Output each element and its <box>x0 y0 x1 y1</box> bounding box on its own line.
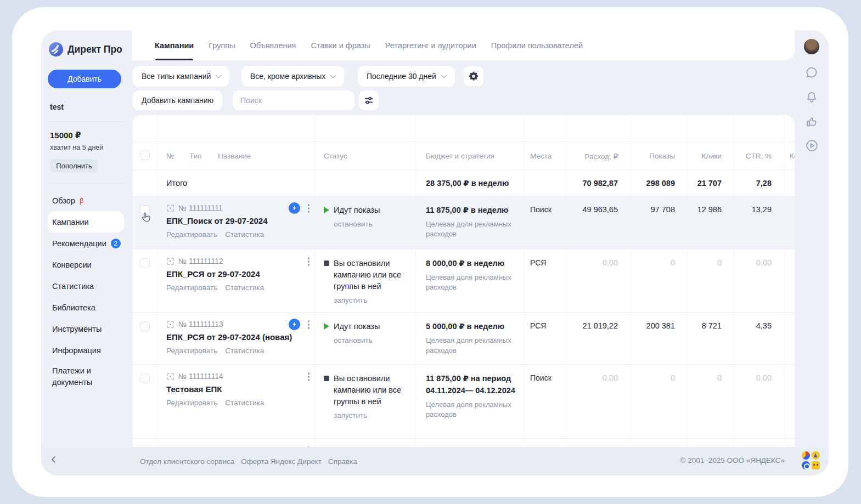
row-checkbox[interactable] <box>140 373 150 383</box>
archive-filter[interactable]: Все, кроме архивных <box>241 66 344 87</box>
sidebar-collapse-button[interactable] <box>49 455 59 466</box>
sidebar-item-library[interactable]: Библиотека <box>48 297 124 318</box>
tab-bids-phrases[interactable]: Ставки и фразы <box>311 30 370 60</box>
sidebar-item-campaigns[interactable]: Кампании <box>48 211 124 233</box>
totals-ctr: 7,28 <box>734 170 784 196</box>
status-action-link[interactable]: запустить <box>334 411 410 420</box>
footer-link-offer[interactable]: Оферта Яндекс Директ <box>241 457 322 466</box>
add-button[interactable]: Добавить <box>48 70 121 88</box>
tab-ads[interactable]: Объявления <box>250 30 296 60</box>
sidebar-nav: Обзор β Кампании Рекомендации 2 Конверси… <box>48 190 124 393</box>
tab-groups[interactable]: Группы <box>209 30 235 60</box>
feedback-button[interactable] <box>804 114 819 129</box>
table-row: № 111111114 Тестовая ЕПК Редактировать С… <box>133 365 795 439</box>
status-text: Вы остановили кампанию или все группы в … <box>334 258 410 292</box>
ctr-value: 0,00 <box>734 365 784 438</box>
clicks-value: 8 721 <box>687 313 734 364</box>
kebab-menu-icon[interactable] <box>306 256 312 268</box>
ring-widget-icon[interactable] <box>802 461 810 469</box>
sidebar-item-label: Статистика <box>52 282 94 291</box>
stats-link[interactable]: Статистика <box>225 347 264 355</box>
chevron-down-icon <box>330 72 336 78</box>
status-action-link[interactable]: запустить <box>334 296 410 304</box>
campaign-name[interactable]: Тестовая ЕПК <box>166 384 310 394</box>
status-text: Идут показы <box>334 321 380 332</box>
stats-link[interactable]: Статистика <box>225 284 264 292</box>
footer-link-help[interactable]: Справка <box>328 457 357 466</box>
copyright: © 2001–2025 ООО «ЯНДЕКС» <box>680 456 785 465</box>
period-filter-label: Последние 30 дней <box>367 72 436 81</box>
campaign-name[interactable]: ЕПК_РСЯ от 29-07-2024 (новая) <box>166 332 310 342</box>
sidebar-item-conversions[interactable]: Конверсии <box>48 254 124 275</box>
header-name: Название <box>218 152 251 169</box>
status-action-link[interactable]: остановить <box>334 220 410 228</box>
sidebar-item-label: Конверсии <box>52 261 92 269</box>
filter-settings-button[interactable] <box>359 90 379 110</box>
sidebar-item-payments[interactable]: Платежи и документы <box>48 361 124 393</box>
header-type: Тип <box>189 152 218 169</box>
pie-widget-icon[interactable] <box>802 451 810 460</box>
sidebar-item-tools[interactable]: Инструменты <box>48 318 124 339</box>
sidebar-item-information[interactable]: Информация <box>48 339 124 361</box>
campaign-name[interactable]: ЕПК_Поиск от 29-07-2024 <box>166 216 310 225</box>
topup-button[interactable]: Пополнить <box>50 159 98 173</box>
places-value: Поиск <box>524 365 565 438</box>
add-campaign-button[interactable]: Добавить кампанию <box>133 90 222 110</box>
edit-link[interactable]: Редактировать <box>166 399 217 407</box>
spend-value: 21 019,22 <box>565 313 630 364</box>
tab-user-profiles[interactable]: Профили пользователей <box>491 30 583 60</box>
totals-budget: 28 375,00 ₽ в неделю <box>415 170 524 196</box>
tab-campaigns[interactable]: Кампании <box>155 30 194 60</box>
notifications-button[interactable] <box>804 89 819 105</box>
status-action-link[interactable]: остановить <box>334 336 410 344</box>
tab-retargeting[interactable]: Ретаргетинг и аудитории <box>385 30 476 60</box>
shows-value: 0 <box>630 439 687 447</box>
campaign-type-filter[interactable]: Все типы кампаний <box>133 66 229 87</box>
campaign-type-icon <box>166 257 175 265</box>
sidebar-item-overview[interactable]: Обзор β <box>48 190 124 211</box>
row-checkbox[interactable] <box>140 258 150 268</box>
bell-icon <box>804 90 819 104</box>
shows-value: 97 708 <box>630 196 687 249</box>
sidebar: Директ Про Добавить test 15000 ₽ хватит … <box>41 30 132 475</box>
ctr-value: 0,00 <box>734 439 784 447</box>
row-checkbox[interactable] <box>140 321 150 331</box>
campaign-name[interactable]: ЕПК_РСЯ от 29-07-2024 <box>166 269 310 279</box>
stats-link[interactable]: Статистика <box>225 399 264 407</box>
flame-widget-icon[interactable] <box>812 451 820 460</box>
places-value: РСЯ <box>524 250 565 312</box>
search-input[interactable] <box>233 90 354 110</box>
avatar[interactable] <box>804 39 819 54</box>
video-help-button[interactable] <box>804 138 819 153</box>
shows-value: 0 <box>630 250 687 312</box>
shows-value: 200 381 <box>630 313 687 364</box>
kebab-menu-icon[interactable] <box>306 371 312 383</box>
sidebar-item-recommendations[interactable]: Рекомендации 2 <box>48 233 124 254</box>
edit-link[interactable]: Редактировать <box>166 347 217 355</box>
header-budget: Бюджет и стратегия <box>415 141 524 169</box>
period-filter[interactable]: Последние 30 дней <box>358 66 455 87</box>
face-widget-icon[interactable] <box>812 461 820 469</box>
logo[interactable]: Директ Про <box>48 42 124 56</box>
kebab-menu-icon[interactable] <box>306 319 312 331</box>
row-checkbox[interactable] <box>140 205 150 215</box>
kebab-menu-icon[interactable] <box>306 202 312 214</box>
chat-icon <box>804 65 819 80</box>
header-clicks: Клики <box>687 141 734 169</box>
edit-link[interactable]: Редактировать <box>166 284 217 292</box>
select-all-checkbox[interactable] <box>140 150 150 160</box>
spend-value: 49 963,65 <box>565 196 630 249</box>
lightning-badge <box>289 202 300 214</box>
chat-button[interactable] <box>804 65 819 80</box>
sidebar-item-label: Информация <box>52 346 101 355</box>
totals-label: Итого <box>157 170 314 196</box>
sidebar-item-statistics[interactable]: Статистика <box>48 275 124 297</box>
clicks-value: 0 <box>687 365 734 438</box>
settings-button[interactable] <box>464 66 483 86</box>
footer-link-support[interactable]: Отдел клиентского сервиса <box>140 457 234 466</box>
places-value: Поиск <box>524 439 565 447</box>
table-row: № 111111115 Вы остановили кампанию или в… <box>133 439 795 447</box>
app-frame: Директ Про Добавить test 15000 ₽ хватит … <box>41 30 829 475</box>
stats-link[interactable]: Статистика <box>225 230 264 239</box>
edit-link[interactable]: Редактировать <box>166 230 217 239</box>
